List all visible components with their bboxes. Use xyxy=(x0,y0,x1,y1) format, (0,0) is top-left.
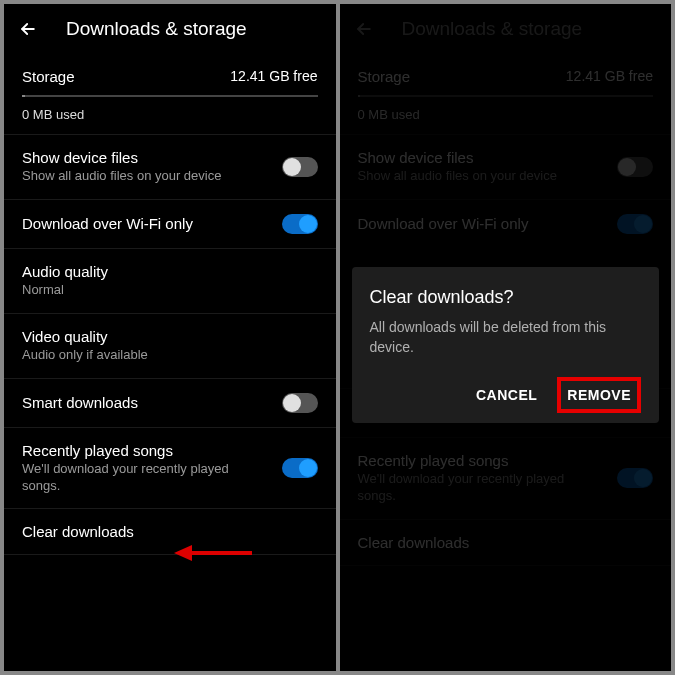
toggle-recently-played[interactable] xyxy=(282,458,318,478)
row-show-device-files[interactable]: Show device files Show all audio files o… xyxy=(4,134,336,199)
storage-label: Storage xyxy=(22,68,75,85)
screen-right: Downloads & storage Storage 12.41 GB fre… xyxy=(340,4,672,671)
dialog-title: Clear downloads? xyxy=(370,287,642,308)
dialog-body: All downloads will be deleted from this … xyxy=(370,318,642,357)
toggle-smart-downloads[interactable] xyxy=(282,393,318,413)
dialog-actions: CANCEL REMOVE xyxy=(370,377,642,413)
row-smart-downloads[interactable]: Smart downloads xyxy=(4,378,336,427)
row-clear-downloads[interactable]: Clear downloads xyxy=(4,508,336,555)
back-icon[interactable] xyxy=(18,19,38,39)
row-title: Show device files xyxy=(22,149,221,166)
row-sub: Audio only if available xyxy=(22,347,148,364)
row-video-quality[interactable]: Video quality Audio only if available xyxy=(4,313,336,378)
clear-downloads-dialog: Clear downloads? All downloads will be d… xyxy=(352,267,660,423)
cancel-button[interactable]: CANCEL xyxy=(464,377,549,413)
row-title: Video quality xyxy=(22,328,148,345)
row-sub: Show all audio files on your device xyxy=(22,168,221,185)
toggle-download-wifi[interactable] xyxy=(282,214,318,234)
settings-list: Show device files Show all audio files o… xyxy=(4,134,336,555)
row-audio-quality[interactable]: Audio quality Normal xyxy=(4,248,336,313)
row-title: Download over Wi-Fi only xyxy=(22,215,193,232)
screen-left: Downloads & storage Storage 12.41 GB fre… xyxy=(4,4,336,671)
storage-free: 12.41 GB free xyxy=(230,68,317,85)
storage-used: 0 MB used xyxy=(4,97,336,134)
row-title: Smart downloads xyxy=(22,394,138,411)
row-title: Audio quality xyxy=(22,263,108,280)
storage-section: Storage 12.41 GB free 0 MB used xyxy=(4,58,336,134)
row-recently-played[interactable]: Recently played songs We'll download you… xyxy=(4,427,336,509)
page-title: Downloads & storage xyxy=(66,18,247,40)
row-download-wifi[interactable]: Download over Wi-Fi only xyxy=(4,199,336,248)
header: Downloads & storage xyxy=(4,4,336,58)
row-sub: We'll download your recently played song… xyxy=(22,461,252,495)
toggle-show-device-files[interactable] xyxy=(282,157,318,177)
row-title: Clear downloads xyxy=(22,523,134,540)
storage-progress xyxy=(22,95,318,97)
row-title: Recently played songs xyxy=(22,442,252,459)
row-sub: Normal xyxy=(22,282,108,299)
remove-button[interactable]: REMOVE xyxy=(557,377,641,413)
